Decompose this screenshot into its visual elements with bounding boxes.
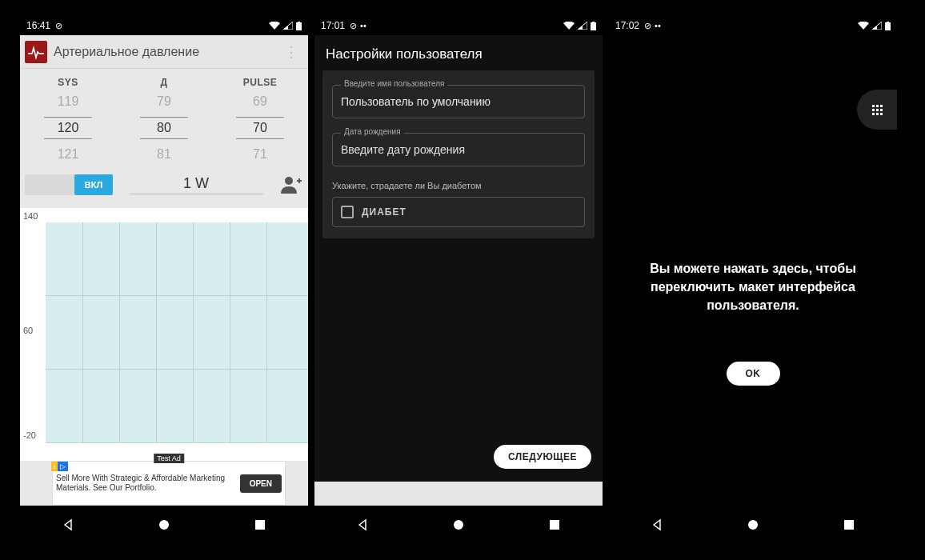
- picker-header: SYS Д PULSE: [20, 69, 308, 91]
- svg-rect-10: [887, 22, 889, 22]
- settings-content: Настройки пользователя Введите имя польз…: [314, 35, 603, 506]
- bottom-strip: [314, 482, 603, 506]
- settings-footer: СЛЕДУЮЩЕЕ: [314, 434, 603, 482]
- nav-recent-icon[interactable]: [838, 514, 860, 536]
- header-pulse: PULSE: [212, 77, 308, 88]
- phone-screen-1: 16:41 ⊘ Артериальное давление ⋮ SYS: [20, 16, 308, 544]
- chart-grid: [46, 222, 308, 443]
- diabetes-hint: Укажите, страдаете ли Вы диабетом: [332, 181, 585, 190]
- app-bar: Артериальное давление ⋮: [20, 35, 308, 69]
- sys-picker[interactable]: 119 120 121: [20, 91, 116, 165]
- wifi-icon: [269, 22, 280, 30]
- svg-rect-12: [844, 520, 854, 530]
- username-field[interactable]: Введите имя пользователя Пользователь по…: [332, 85, 585, 118]
- number-pickers: 119 120 121 79 80 81 69 70 71: [20, 91, 308, 165]
- toggle-on-label: ВКЛ: [74, 174, 113, 195]
- settings-card: Введите имя пользователя Пользователь по…: [322, 70, 595, 238]
- app-logo-icon: [25, 41, 47, 63]
- dob-field[interactable]: Дата рождения Введите дату рождения: [332, 133, 585, 166]
- dia-selected: 80: [140, 117, 188, 139]
- onboarding-message: Вы можете нажать здесь, чтобы переключит…: [609, 259, 897, 315]
- controls-row: ВКЛ 1 W: [20, 165, 308, 208]
- ad-close-icon[interactable]: ▷: [58, 462, 68, 471]
- system-nav-bar: [609, 506, 897, 544]
- dia-next: 81: [140, 144, 188, 165]
- notification-dot-icon: ••: [655, 21, 661, 30]
- dia-picker[interactable]: 79 80 81: [116, 91, 212, 165]
- system-nav-bar: [314, 506, 603, 544]
- svg-rect-9: [885, 22, 891, 30]
- dob-placeholder: Введите дату рождения: [341, 143, 576, 156]
- system-nav-bar: [20, 506, 308, 544]
- status-time: 17:02: [615, 20, 639, 31]
- battery-icon: [885, 22, 891, 30]
- ad-banner[interactable]: Test Ad i ▷ Sell More With Strategic & A…: [52, 461, 286, 506]
- wifi-icon: [858, 22, 869, 30]
- settings-title: Настройки пользователя: [314, 35, 603, 70]
- svg-rect-5: [591, 22, 596, 30]
- diabetes-checkbox[interactable]: [341, 206, 354, 218]
- svg-point-7: [454, 520, 463, 530]
- y-tick-bot: -20: [23, 430, 36, 440]
- svg-rect-1: [298, 22, 300, 22]
- svg-point-2: [285, 177, 293, 185]
- svg-point-11: [748, 520, 758, 530]
- username-value: Пользователь по умолчанию: [341, 95, 576, 108]
- nav-home-icon[interactable]: [153, 514, 175, 536]
- signal-icon: [578, 22, 587, 30]
- y-tick-mid: 60: [23, 326, 33, 335]
- nav-back-icon[interactable]: [351, 514, 374, 536]
- sys-selected: 120: [44, 117, 92, 139]
- pulse-next: 71: [236, 144, 284, 165]
- svg-rect-4: [255, 520, 265, 530]
- range-selector[interactable]: 1 W: [129, 175, 263, 194]
- chart-area[interactable]: 140 60 -20: [20, 208, 308, 443]
- overflow-menu-icon[interactable]: ⋮: [279, 43, 303, 61]
- app-content: Артериальное давление ⋮ SYS Д PULSE 119 …: [20, 35, 308, 506]
- next-button[interactable]: СЛЕДУЮЩЕЕ: [494, 445, 591, 469]
- y-tick-top: 140: [23, 211, 38, 221]
- nav-recent-icon[interactable]: [543, 514, 566, 536]
- nav-back-icon[interactable]: [646, 514, 668, 536]
- enable-toggle[interactable]: ВКЛ: [25, 174, 113, 195]
- layout-switch-fab[interactable]: [857, 90, 897, 130]
- add-user-button[interactable]: [279, 173, 303, 197]
- dia-prev: 79: [140, 91, 188, 112]
- do-not-disturb-icon: ⊘: [644, 21, 651, 31]
- header-sys: SYS: [20, 77, 116, 88]
- header-dia: Д: [116, 77, 212, 88]
- dob-label: Дата рождения: [341, 127, 404, 136]
- onboarding-content: Вы можете нажать здесь, чтобы переключит…: [609, 35, 897, 506]
- diabetes-checkbox-row[interactable]: ДИАБЕТ: [332, 197, 585, 227]
- wifi-icon: [563, 22, 575, 30]
- svg-rect-8: [550, 520, 559, 530]
- ad-open-button[interactable]: OPEN: [240, 474, 282, 493]
- ad-info-icon: i: [51, 462, 58, 471]
- pulse-picker[interactable]: 69 70 71: [212, 91, 308, 165]
- status-time: 17:01: [321, 20, 345, 31]
- ad-badges: i ▷: [51, 462, 68, 471]
- pulse-prev: 69: [236, 91, 284, 112]
- ok-button[interactable]: OK: [727, 362, 780, 386]
- ad-test-label: Test Ad: [154, 454, 184, 463]
- nav-home-icon[interactable]: [742, 514, 764, 536]
- status-bar: 16:41 ⊘: [20, 16, 308, 35]
- sys-next: 121: [44, 144, 92, 165]
- nav-home-icon[interactable]: [447, 514, 470, 536]
- status-time: 16:41: [26, 20, 50, 31]
- do-not-disturb-icon: ⊘: [55, 21, 62, 31]
- grid-icon: [872, 105, 883, 115]
- nav-recent-icon[interactable]: [249, 514, 271, 536]
- svg-rect-6: [592, 22, 595, 22]
- diabetes-checkbox-label: ДИАБЕТ: [362, 206, 406, 218]
- svg-point-3: [159, 520, 169, 530]
- status-bar: 17:01 ⊘ ••: [314, 16, 603, 35]
- sys-prev: 119: [44, 91, 92, 112]
- notification-dot-icon: ••: [360, 21, 366, 30]
- nav-back-icon[interactable]: [57, 514, 79, 536]
- username-label: Введите имя пользователя: [341, 79, 447, 88]
- ad-text: Sell More With Strategic & Affordable Ma…: [56, 474, 234, 493]
- status-bar: 17:02 ⊘ ••: [609, 16, 897, 35]
- battery-icon: [296, 22, 302, 30]
- do-not-disturb-icon: ⊘: [350, 21, 357, 31]
